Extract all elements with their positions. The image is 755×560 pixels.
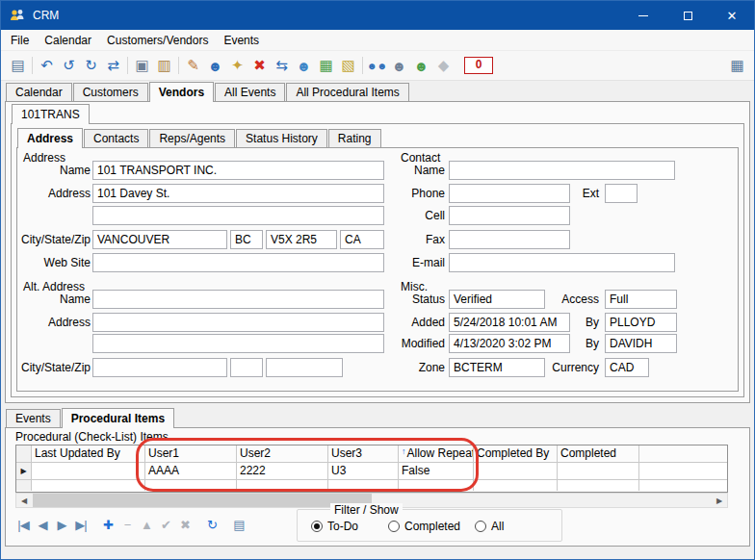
menu-file[interactable]: File [3, 30, 37, 50]
currency-field[interactable]: CAD [605, 358, 649, 377]
grid-cell[interactable]: U3 [328, 463, 399, 480]
notes-icon[interactable]: ▧ [337, 55, 359, 77]
tab-calendar[interactable]: Calendar [6, 83, 72, 101]
ext-field[interactable] [605, 184, 638, 203]
alt-address-line1-field[interactable] [92, 313, 384, 332]
tab-vendors[interactable]: Vendors [149, 82, 214, 102]
alt-address-line2-field[interactable] [92, 334, 384, 353]
log-button[interactable]: ▤ [229, 515, 248, 534]
radio-to-do[interactable]: To-Do [311, 520, 358, 533]
grid-filler-cell [399, 480, 474, 491]
record-tab-101trans[interactable]: 101TRANS [12, 104, 90, 124]
email-field[interactable] [449, 253, 675, 272]
column-header-user1[interactable]: User1 [145, 445, 237, 463]
refresh-view-icon[interactable]: ↻ [80, 55, 102, 77]
first-record-button[interactable]: |◀ [13, 515, 33, 534]
close-button[interactable]: ✕ [710, 1, 754, 30]
alt-state-field[interactable] [230, 358, 263, 377]
cancel-edit-button[interactable]: ✖ [175, 515, 195, 534]
prior-record-button[interactable]: ◀ [33, 515, 52, 534]
swap-view-icon[interactable]: ⇄ [102, 55, 124, 77]
sync-icon[interactable]: ↺ [58, 55, 80, 77]
scroll-thumb[interactable] [33, 494, 372, 507]
delete-record-button[interactable]: − [117, 515, 137, 534]
address-line1-field[interactable]: 101 Davey St. [92, 184, 384, 203]
state-field[interactable]: BC [230, 230, 263, 249]
contact-status-icon[interactable]: ☻ [410, 55, 432, 77]
added-by-field[interactable]: PLLOYD [605, 313, 677, 332]
web-site-field[interactable] [92, 253, 384, 272]
minimize-button[interactable] [621, 1, 665, 30]
tab-all-events[interactable]: All Events [215, 83, 285, 101]
radio-all[interactable]: All [475, 520, 504, 533]
column-header-allow-repeat[interactable]: ↑Allow Repeat [399, 445, 474, 463]
edit-contact-icon[interactable]: ✎ [182, 55, 204, 77]
detail-tab-address[interactable]: Address [17, 128, 83, 148]
radio-completed[interactable]: Completed [388, 520, 460, 533]
alt-city-field[interactable] [92, 358, 227, 377]
access-field[interactable]: Full [605, 290, 677, 309]
zip-field[interactable]: V5X 2R5 [266, 230, 337, 249]
grid-cell[interactable] [32, 463, 145, 480]
zone-field[interactable]: BCTERM [449, 358, 545, 377]
undo-icon[interactable]: ↶ [36, 55, 58, 77]
detail-tab-rating[interactable]: Rating [328, 129, 381, 147]
grid-cell[interactable]: False [399, 463, 474, 480]
column-header-user2[interactable]: User2 [237, 445, 328, 463]
detail-tab-contacts[interactable]: Contacts [84, 129, 148, 147]
save-icon[interactable]: ◆ [432, 55, 455, 77]
menu-customers-vendors[interactable]: Customers/Vendors [99, 30, 216, 50]
copy-icon[interactable]: ▣ [131, 55, 153, 77]
app-window: CRM ✕ FileCalendarCustomers/VendorsEvent… [0, 0, 755, 560]
key-find-icon[interactable]: ✦ [226, 55, 248, 77]
menu-calendar[interactable]: Calendar [37, 30, 99, 50]
column-header-completed-by[interactable]: Completed By [474, 445, 558, 463]
column-header-completed[interactable]: Completed [558, 445, 639, 463]
maximize-button[interactable] [665, 1, 710, 30]
cell-field[interactable] [449, 206, 570, 225]
paste-icon[interactable]: ▥ [153, 55, 175, 77]
toolbar: ▤↶↺↻⇄▣▥✎☻✦✖⇆☻▦▧☻☻☻☻◆ 0 ▦ [1, 51, 754, 81]
bottom-tab-events[interactable]: Events [6, 409, 61, 427]
grid-cell[interactable] [474, 463, 558, 480]
address-line2-field[interactable] [92, 206, 384, 225]
transfer-contacts-icon[interactable]: ⇆ [271, 55, 293, 77]
grid-cell[interactable] [558, 463, 639, 480]
crm-people-icon [10, 8, 25, 23]
address-name-field[interactable]: 101 TRANSPORT INC. [92, 161, 384, 180]
detail-tab-status-history[interactable]: Status History [236, 129, 327, 147]
insert-record-button[interactable]: ✚ [98, 515, 117, 534]
delete-record-icon[interactable]: ✖ [248, 55, 271, 77]
grid-cell[interactable]: 2222 [237, 463, 328, 480]
scroll-left-button[interactable]: ◀ [16, 494, 32, 507]
fax-field[interactable] [449, 230, 570, 249]
modified-by-field[interactable]: DAVIDH [605, 334, 677, 353]
scroll-right-button[interactable]: ▶ [712, 494, 727, 507]
city-field[interactable]: VANCOUVER [92, 230, 227, 249]
column-header-last-updated-by[interactable]: Last Updated By [32, 445, 145, 463]
next-record-button[interactable]: ▶ [52, 515, 71, 534]
edit-record-button[interactable]: ▲ [137, 515, 156, 534]
contact-calendar-icon[interactable]: ☻ [293, 55, 315, 77]
grid-row[interactable]: ▶AAAA2222U3False [16, 463, 727, 480]
contact-name-field[interactable] [449, 161, 675, 180]
contact-icon[interactable]: ☻ [204, 55, 226, 77]
menu-events[interactable]: Events [216, 30, 267, 50]
layout-icon[interactable]: ▦ [726, 55, 748, 77]
status-field[interactable]: Verified [449, 290, 545, 309]
refresh-grid-button[interactable]: ↻ [202, 515, 221, 534]
detail-tab-reps-agents[interactable]: Reps/Agents [149, 129, 235, 147]
alt-name-field[interactable] [92, 290, 384, 309]
print-icon[interactable]: ▤ [7, 55, 29, 77]
tab-all-procedural-items[interactable]: All Procedural Items [286, 83, 408, 101]
bottom-tab-procedural-items[interactable]: Procedural Items [62, 408, 174, 428]
grid-cell[interactable]: AAAA [145, 463, 237, 480]
tab-customers[interactable]: Customers [73, 83, 148, 101]
alt-zip-field[interactable] [266, 358, 343, 377]
last-record-button[interactable]: ▶| [71, 515, 91, 534]
column-header-user3[interactable]: User3 [328, 445, 399, 463]
contact-schedule-icon[interactable]: ☻ [388, 55, 410, 77]
add-event-icon[interactable]: ▦ [315, 55, 337, 77]
post-edit-button[interactable]: ✔ [156, 515, 175, 534]
contacts-group-icon[interactable]: ☻☻ [366, 55, 388, 77]
